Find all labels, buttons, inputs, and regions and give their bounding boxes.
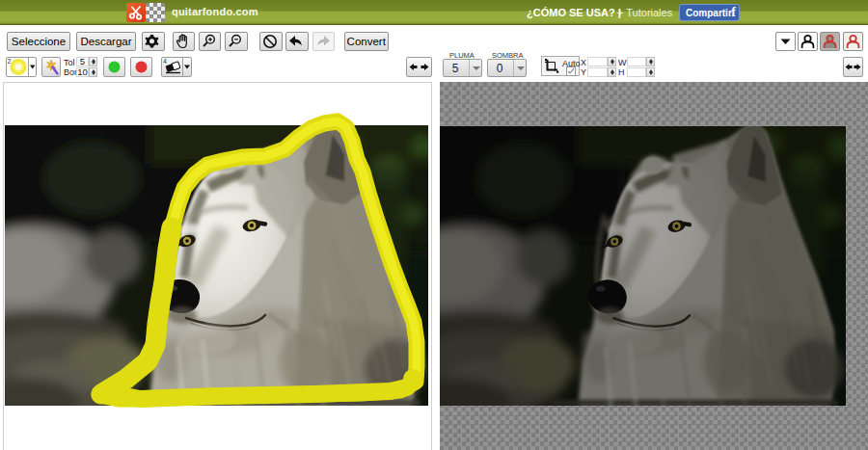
svg-text:2: 2: [8, 58, 12, 65]
svg-text:4: 4: [163, 58, 167, 65]
